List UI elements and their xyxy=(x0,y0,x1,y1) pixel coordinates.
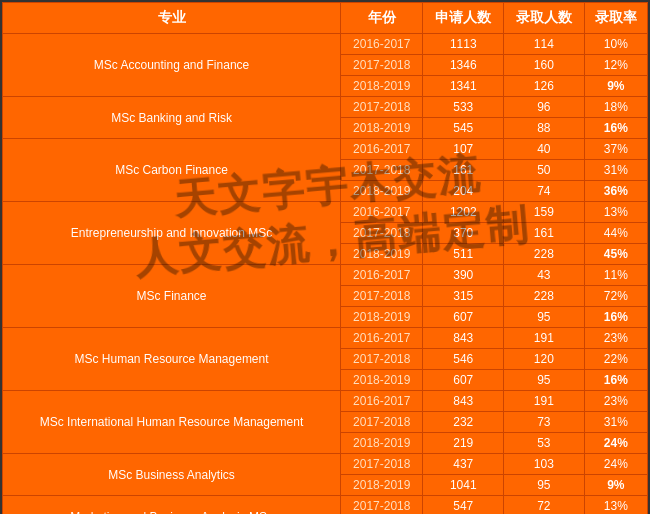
rate-cell: 9% xyxy=(584,76,647,97)
rate-cell: 18% xyxy=(584,97,647,118)
main-table-wrapper: 专业 年份 申请人数 录取人数 录取率 MSc Accounting and F… xyxy=(0,0,650,514)
rate-cell: 10% xyxy=(584,34,647,55)
rate-cell: 11% xyxy=(584,265,647,286)
admitted-cell: 96 xyxy=(504,97,585,118)
applied-cell: 161 xyxy=(423,160,504,181)
major-cell: Marketing and Business Analysis MSc xyxy=(3,496,341,515)
applied-cell: 370 xyxy=(423,223,504,244)
rate-cell: 9% xyxy=(584,475,647,496)
year-cell: 2018-2019 xyxy=(341,475,423,496)
admitted-cell: 191 xyxy=(504,391,585,412)
col-rate: 录取率 xyxy=(584,3,647,34)
table-row: Marketing and Business Analysis MSc2017-… xyxy=(3,496,648,515)
rate-cell: 36% xyxy=(584,181,647,202)
year-cell: 2017-2018 xyxy=(341,454,423,475)
admitted-cell: 88 xyxy=(504,118,585,139)
table-row: MSc Human Resource Management2016-201784… xyxy=(3,328,648,349)
applied-cell: 390 xyxy=(423,265,504,286)
admitted-cell: 95 xyxy=(504,307,585,328)
table-row: MSc Finance2016-20173904311% xyxy=(3,265,648,286)
major-cell: MSc International Human Resource Managem… xyxy=(3,391,341,454)
admitted-cell: 72 xyxy=(504,496,585,515)
rate-cell: 16% xyxy=(584,307,647,328)
table-row: MSc Carbon Finance2016-20171074037% xyxy=(3,139,648,160)
applied-cell: 607 xyxy=(423,307,504,328)
admitted-cell: 114 xyxy=(504,34,585,55)
table-row: MSc Accounting and Finance2016-201711131… xyxy=(3,34,648,55)
rate-cell: 23% xyxy=(584,391,647,412)
admitted-cell: 40 xyxy=(504,139,585,160)
table-row: MSc International Human Resource Managem… xyxy=(3,391,648,412)
rate-cell: 13% xyxy=(584,202,647,223)
major-cell: MSc Business Analytics xyxy=(3,454,341,496)
admitted-cell: 228 xyxy=(504,286,585,307)
year-cell: 2017-2018 xyxy=(341,496,423,515)
applied-cell: 1346 xyxy=(423,55,504,76)
major-cell: MSc Finance xyxy=(3,265,341,328)
major-cell: MSc Banking and Risk xyxy=(3,97,341,139)
rate-cell: 31% xyxy=(584,160,647,181)
year-cell: 2018-2019 xyxy=(341,76,423,97)
year-cell: 2016-2017 xyxy=(341,34,423,55)
admitted-cell: 191 xyxy=(504,328,585,349)
applied-cell: 607 xyxy=(423,370,504,391)
admitted-cell: 43 xyxy=(504,265,585,286)
data-table: 专业 年份 申请人数 录取人数 录取率 MSc Accounting and F… xyxy=(2,2,648,514)
year-cell: 2016-2017 xyxy=(341,391,423,412)
applied-cell: 204 xyxy=(423,181,504,202)
year-cell: 2016-2017 xyxy=(341,265,423,286)
admitted-cell: 160 xyxy=(504,55,585,76)
rate-cell: 23% xyxy=(584,328,647,349)
year-cell: 2018-2019 xyxy=(341,181,423,202)
year-cell: 2017-2018 xyxy=(341,160,423,181)
applied-cell: 533 xyxy=(423,97,504,118)
major-cell: MSc Accounting and Finance xyxy=(3,34,341,97)
rate-cell: 72% xyxy=(584,286,647,307)
rate-cell: 22% xyxy=(584,349,647,370)
admitted-cell: 95 xyxy=(504,370,585,391)
admitted-cell: 50 xyxy=(504,160,585,181)
table-row: MSc Business Analytics2017-201843710324% xyxy=(3,454,648,475)
year-cell: 2017-2018 xyxy=(341,223,423,244)
year-cell: 2017-2018 xyxy=(341,349,423,370)
applied-cell: 107 xyxy=(423,139,504,160)
admitted-cell: 120 xyxy=(504,349,585,370)
admitted-cell: 161 xyxy=(504,223,585,244)
admitted-cell: 159 xyxy=(504,202,585,223)
admitted-cell: 53 xyxy=(504,433,585,454)
rate-cell: 24% xyxy=(584,454,647,475)
applied-cell: 511 xyxy=(423,244,504,265)
rate-cell: 45% xyxy=(584,244,647,265)
admitted-cell: 228 xyxy=(504,244,585,265)
year-cell: 2018-2019 xyxy=(341,307,423,328)
rate-cell: 37% xyxy=(584,139,647,160)
applied-cell: 1041 xyxy=(423,475,504,496)
rate-cell: 31% xyxy=(584,412,647,433)
applied-cell: 1202 xyxy=(423,202,504,223)
applied-cell: 315 xyxy=(423,286,504,307)
applied-cell: 1341 xyxy=(423,76,504,97)
rate-cell: 16% xyxy=(584,118,647,139)
major-cell: Entrepreneurship and Innovation MSc xyxy=(3,202,341,265)
admitted-cell: 95 xyxy=(504,475,585,496)
major-cell: MSc Human Resource Management xyxy=(3,328,341,391)
col-year: 年份 xyxy=(341,3,423,34)
rate-cell: 12% xyxy=(584,55,647,76)
rate-cell: 24% xyxy=(584,433,647,454)
year-cell: 2016-2017 xyxy=(341,202,423,223)
applied-cell: 546 xyxy=(423,349,504,370)
admitted-cell: 74 xyxy=(504,181,585,202)
year-cell: 2018-2019 xyxy=(341,244,423,265)
col-major: 专业 xyxy=(3,3,341,34)
year-cell: 2017-2018 xyxy=(341,412,423,433)
year-cell: 2017-2018 xyxy=(341,55,423,76)
year-cell: 2018-2019 xyxy=(341,118,423,139)
admitted-cell: 126 xyxy=(504,76,585,97)
rate-cell: 13% xyxy=(584,496,647,515)
year-cell: 2018-2019 xyxy=(341,370,423,391)
year-cell: 2017-2018 xyxy=(341,286,423,307)
applied-cell: 547 xyxy=(423,496,504,515)
year-cell: 2016-2017 xyxy=(341,328,423,349)
applied-cell: 1113 xyxy=(423,34,504,55)
year-cell: 2017-2018 xyxy=(341,97,423,118)
